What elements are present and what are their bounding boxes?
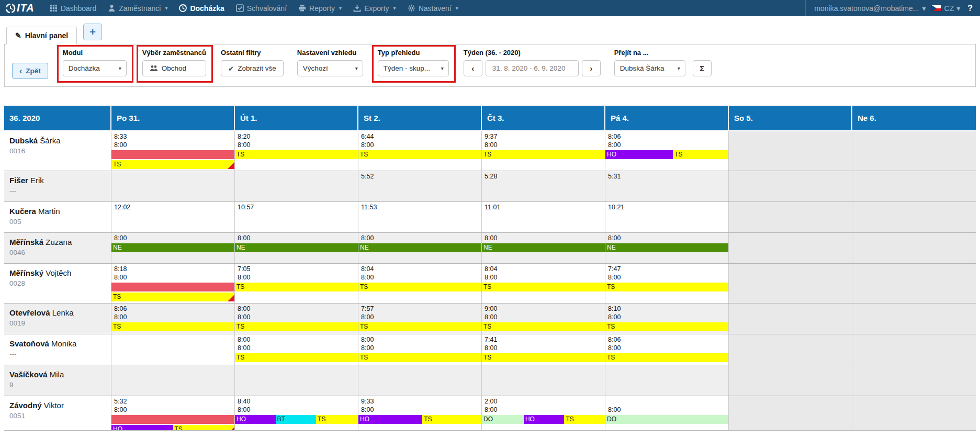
modul-select[interactable]: Docházka ▾	[63, 60, 127, 76]
weekend-day-cell[interactable]	[852, 131, 976, 171]
date-range-input[interactable]: 31. 8. 2020 - 6. 9. 2020	[486, 60, 579, 76]
day-cell[interactable]: 8:00NE	[482, 233, 605, 263]
day-cell[interactable]	[605, 365, 729, 396]
typ-select[interactable]: Týden - skup... ▾	[378, 60, 449, 76]
day-cell[interactable]	[111, 171, 235, 201]
day-cell[interactable]	[111, 334, 235, 365]
day-cell[interactable]: 9:008:00TS	[482, 304, 605, 334]
employee-name-cell[interactable]: Závodný Viktor0051	[4, 396, 111, 431]
day-cell[interactable]: 8:008:00TS	[235, 334, 358, 365]
nav-item-dashboard[interactable]: Dashboard	[44, 0, 103, 16]
day-cell[interactable]: 5:52	[358, 171, 482, 201]
day-cell[interactable]: 8:00NE	[235, 233, 358, 263]
day-cell[interactable]: 7:418:00TS	[482, 334, 605, 365]
weekend-day-cell[interactable]	[729, 396, 852, 431]
day-cell[interactable]: 8:00NE	[111, 233, 235, 263]
day-cell[interactable]: 12:02	[111, 202, 235, 232]
back-button[interactable]: ‹ Zpět	[12, 63, 48, 79]
nav-item-schvalování[interactable]: Schvalování	[230, 0, 292, 16]
employee-name-cell[interactable]: Dubská Šárka0016	[4, 131, 111, 171]
weekend-day-cell[interactable]	[852, 202, 976, 232]
sigma-button[interactable]: Σ	[693, 60, 712, 76]
employee-name-cell[interactable]: Fišer Erik---	[4, 171, 111, 201]
employee-name-cell[interactable]: Měřínská Zuzana0046	[4, 233, 111, 263]
vyber-button[interactable]: Obchod	[142, 60, 206, 76]
weekend-day-cell[interactable]	[729, 233, 852, 263]
day-cell[interactable]	[358, 365, 482, 396]
vzhled-select[interactable]: Výchozí ▾	[297, 60, 363, 76]
weekend-day-cell[interactable]	[729, 264, 852, 303]
day-cell[interactable]: 8:008:00TS	[235, 304, 358, 334]
employee-name-cell[interactable]: Kučera Martin005	[4, 202, 111, 232]
day-cell[interactable]: 11:53	[358, 202, 482, 232]
day-cell[interactable]: 5:28	[482, 171, 605, 201]
week-prev-button[interactable]: ‹	[464, 60, 482, 76]
weekend-day-cell[interactable]	[729, 131, 852, 171]
day-cell[interactable]: 8:008:00TS	[358, 334, 482, 365]
day-cell[interactable]: 8:408:00HOBTTS	[235, 396, 358, 431]
day-cell[interactable]: 8:048:00TS	[358, 264, 482, 303]
weekend-day-cell[interactable]	[852, 264, 976, 303]
day-cell[interactable]: 8:338:00TS	[111, 131, 235, 171]
day-cell[interactable]: 9:338:00HOTS	[358, 396, 482, 431]
week-next-button[interactable]: ›	[582, 60, 601, 76]
day-cell[interactable]: 8:068:00HOTS	[605, 131, 729, 171]
user-menu[interactable]: monika.svatonova@mobatime... ▾	[814, 4, 926, 13]
day-cell[interactable]: 5:31	[605, 171, 729, 201]
employee-name-cell[interactable]: Svatoňová Monika---	[4, 334, 111, 365]
day-cell[interactable]: 6:448:00TS	[358, 131, 482, 171]
weekend-day-cell[interactable]	[729, 202, 852, 232]
tab-hlavni-panel[interactable]: ✎ Hlavní panel	[6, 27, 77, 44]
day-cell[interactable]: 10:57	[235, 202, 358, 232]
day-cell[interactable]	[482, 365, 605, 396]
day-cell[interactable]: 11:01	[482, 202, 605, 232]
day-cell[interactable]	[235, 171, 358, 201]
nav-item-docházka[interactable]: Docházka	[173, 0, 230, 16]
weekend-day-cell[interactable]	[729, 304, 852, 334]
weekend-day-cell[interactable]	[729, 365, 852, 396]
chevron-left-icon: ‹	[19, 66, 22, 76]
day-cell[interactable]: 8:188:00TS	[111, 264, 235, 303]
pencil-icon: ✎	[15, 31, 21, 40]
shift-bar-line: TS	[482, 353, 605, 362]
day-cell[interactable]: 8:00NE	[605, 233, 729, 263]
add-tab-button[interactable]: +	[83, 24, 102, 40]
weekend-day-cell[interactable]	[852, 233, 976, 263]
help-button[interactable]: ?	[965, 4, 975, 13]
day-cell[interactable]	[111, 365, 235, 396]
nav-item-exporty[interactable]: Exporty▾	[347, 0, 402, 16]
employee-name-cell[interactable]: Vašíčková Mila9	[4, 365, 111, 396]
prejit-select[interactable]: Dubská Šárka ▾	[614, 60, 685, 76]
weekend-day-cell[interactable]	[852, 396, 976, 431]
day-cell[interactable]: 8:108:00TS	[605, 304, 729, 334]
nav-item-reporty[interactable]: Reporty▾	[292, 0, 347, 16]
day-cell[interactable]: 7:058:00TS	[235, 264, 358, 303]
weekend-day-cell[interactable]	[729, 171, 852, 201]
day-cell[interactable]: 9:378:00TS	[482, 131, 605, 171]
zobrazit-vse-button[interactable]: ✔ Zobrazit vše	[221, 60, 284, 76]
weekend-day-cell[interactable]	[852, 334, 976, 365]
nav-item-zaměstnanci[interactable]: Zaměstnanci▾	[102, 0, 173, 16]
weekend-day-cell[interactable]	[852, 304, 976, 334]
day-cell[interactable]: 8:208:00TS	[235, 131, 358, 171]
day-cell[interactable]	[235, 365, 358, 396]
language-switcher[interactable]: CZ ▾	[931, 4, 961, 13]
day-cell[interactable]: 5:328:00HOTS	[111, 396, 235, 431]
day-cell[interactable]: 8:068:00TS	[111, 304, 235, 334]
employee-name-cell[interactable]: Měřínský Vojtěch0028	[4, 264, 111, 303]
shift-bar-line: TS	[605, 283, 728, 291]
day-cell[interactable]: 8:00DO	[605, 396, 729, 431]
weekend-day-cell[interactable]	[852, 171, 976, 201]
day-cell[interactable]: 8:068:00TS	[605, 334, 729, 365]
nav-item-nastavení[interactable]: Nastavení▾	[402, 0, 464, 16]
cita-logo[interactable]: ITA	[5, 2, 35, 14]
weekend-day-cell[interactable]	[729, 334, 852, 365]
day-cell[interactable]: 7:478:00TS	[605, 264, 729, 303]
employee-name-cell[interactable]: Otevřelová Lenka0019	[4, 304, 111, 334]
day-cell[interactable]: 8:00NE	[358, 233, 482, 263]
day-cell[interactable]: 7:578:00TS	[358, 304, 482, 334]
day-cell[interactable]: 8:048:00TS	[482, 264, 605, 303]
day-cell[interactable]: 2:008:00DOHOTS	[482, 396, 605, 431]
day-cell[interactable]: 10:21	[605, 202, 729, 232]
weekend-day-cell[interactable]	[852, 365, 976, 396]
